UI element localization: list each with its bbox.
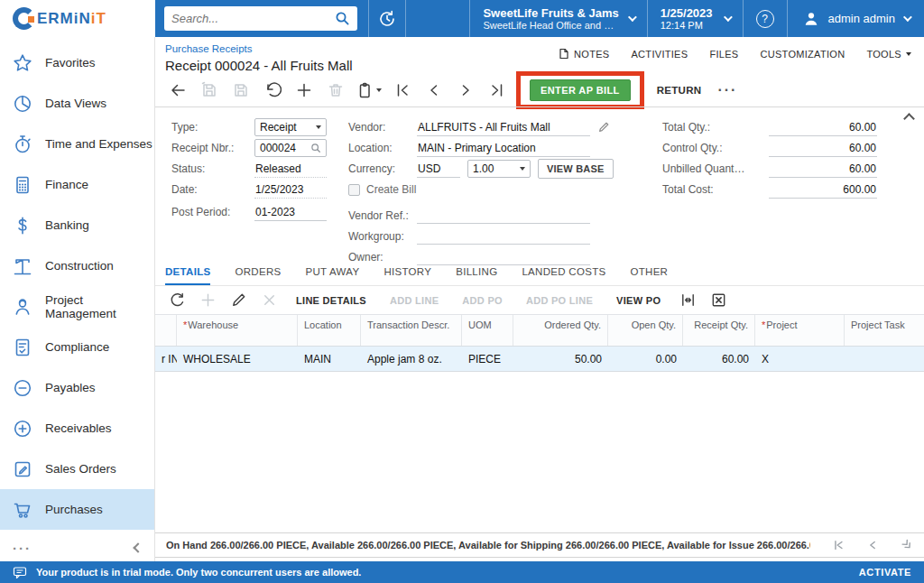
go-last-button[interactable] <box>485 79 508 101</box>
sidebar-more-button[interactable]: ··· <box>13 541 32 556</box>
sidebar-item-data-views[interactable]: Data Views <box>0 83 154 124</box>
global-search[interactable] <box>164 6 357 31</box>
fit-width-button[interactable] <box>677 290 698 311</box>
sidebar-item-receivables[interactable]: Receivables <box>0 408 154 449</box>
go-next-button[interactable] <box>454 79 476 101</box>
sidebar-item-payables[interactable]: Payables <box>0 367 154 408</box>
type-select[interactable]: Receipt <box>254 118 327 136</box>
user-menu[interactable]: admin admin <box>788 0 924 37</box>
tab-put-away[interactable]: PUT AWAY <box>305 266 359 285</box>
grid-toolbar: LINE DETAILS ADD LINE ADD PO ADD PO LINE… <box>155 285 924 314</box>
return-button[interactable]: RETURN <box>657 85 702 96</box>
activate-button[interactable]: ACTIVATE <box>859 567 911 578</box>
grid-edit-row-button[interactable] <box>227 290 249 311</box>
notes-button[interactable]: NOTES <box>559 48 609 60</box>
column-header-project-task[interactable]: Project Task <box>845 315 924 346</box>
grid-add-row-button[interactable] <box>197 290 218 311</box>
column-header-uom[interactable]: UOM <box>462 315 513 346</box>
business-date-button[interactable] <box>369 0 405 37</box>
grid-refresh-button[interactable] <box>166 290 188 311</box>
copy-paste-menu[interactable] <box>356 81 382 99</box>
workgroup-value[interactable] <box>417 229 590 245</box>
vendor-ref-value[interactable] <box>417 208 590 224</box>
column-header-stub[interactable] <box>155 315 177 346</box>
insert-button[interactable] <box>292 79 315 101</box>
sidebar-item-construction[interactable]: Construction <box>0 245 154 286</box>
tab-details[interactable]: DETAILS <box>165 266 210 285</box>
help-button[interactable]: ? <box>744 0 787 37</box>
post-period-value[interactable]: 01-2023 <box>254 204 327 221</box>
cancel-undo-button[interactable] <box>261 79 283 101</box>
export-excel-button[interactable] <box>707 290 729 311</box>
go-previous-button[interactable] <box>422 79 445 101</box>
add-po-line-button[interactable]: ADD PO LINE <box>526 295 593 306</box>
column-header-ordered-qty[interactable]: Ordered Qty. <box>513 315 608 346</box>
tab-landed-costs[interactable]: LANDED COSTS <box>522 266 605 285</box>
lookup-icon[interactable] <box>310 143 321 153</box>
column-header-warehouse[interactable]: *Warehouse <box>177 315 298 346</box>
vendor-edit-button[interactable] <box>597 121 610 134</box>
customization-button[interactable]: CUSTOMIZATION <box>760 49 845 60</box>
cell-warehouse[interactable]: WHOLESALE <box>177 347 298 371</box>
column-header-open-qty[interactable]: Open Qty. <box>608 315 683 346</box>
cell-ordered-qty[interactable]: 50.00 <box>513 347 608 371</box>
tab-other[interactable]: OTHER <box>630 266 668 285</box>
cell-uom[interactable]: PIECE <box>462 347 513 371</box>
page-first-button[interactable] <box>832 539 845 551</box>
cell-location[interactable]: MAIN <box>298 347 361 371</box>
column-header-transaction-descr[interactable]: Transaction Descr. <box>361 315 462 346</box>
control-qty-value[interactable]: 60.00 <box>769 140 877 157</box>
tab-billing[interactable]: BILLING <box>456 266 497 285</box>
view-base-button[interactable]: VIEW BASE <box>538 159 614 179</box>
grid-delete-row-button[interactable] <box>258 290 280 311</box>
back-button[interactable] <box>166 79 189 101</box>
search-icon[interactable] <box>335 11 350 26</box>
toolbar-more-button[interactable]: ··· <box>717 82 737 98</box>
delete-button[interactable] <box>324 79 346 101</box>
page-previous-button[interactable] <box>866 539 879 551</box>
sidebar-item-project-management[interactable]: Project Management <box>0 286 154 327</box>
view-po-button[interactable]: VIEW PO <box>616 295 661 306</box>
tools-button[interactable]: TOOLS <box>866 49 911 60</box>
column-header-location[interactable]: Location <box>298 315 361 346</box>
currency-rate-select[interactable]: 1.00 <box>467 160 531 178</box>
enter-ap-bill-button[interactable]: ENTER AP BILL <box>530 79 631 101</box>
tab-history[interactable]: HISTORY <box>383 266 431 285</box>
sidebar-item-time-and-expenses[interactable]: Time and Expenses <box>0 124 154 164</box>
tab-orders[interactable]: ORDERS <box>235 266 281 285</box>
add-po-button[interactable]: ADD PO <box>462 295 503 306</box>
go-first-button[interactable] <box>391 79 413 101</box>
sidebar-item-banking[interactable]: Banking <box>0 205 154 245</box>
grid-data-row[interactable]: r IN WHOLESALE MAIN Apple jam 8 oz. PIEC… <box>155 347 924 372</box>
sidebar-item-favorites[interactable]: Favorites <box>0 42 154 83</box>
search-input[interactable] <box>171 12 335 25</box>
cell-receipt-qty[interactable]: 60.00 <box>683 347 755 371</box>
cell-transaction-descr[interactable]: Apple jam 8 oz. <box>361 347 462 371</box>
save-button[interactable] <box>229 79 252 101</box>
page-next-button[interactable] <box>898 536 916 554</box>
cell-project-task[interactable] <box>845 354 924 365</box>
location-value[interactable]: MAIN - Primary Location <box>417 140 590 157</box>
column-header-receipt-qty[interactable]: Receipt Qty. <box>683 315 755 346</box>
company-selector[interactable]: SweetLife Fruits & Jams SweetLife Head O… <box>470 0 646 37</box>
sidebar-item-finance[interactable]: Finance <box>0 164 154 205</box>
sidebar-item-compliance[interactable]: Compliance <box>0 327 154 367</box>
create-bill-checkbox[interactable] <box>348 184 360 196</box>
cell-open-qty[interactable]: 0.00 <box>608 347 683 371</box>
sidebar-collapse-icon[interactable] <box>133 542 143 552</box>
owner-value[interactable] <box>417 250 590 265</box>
brand-logo[interactable]: ERMiNiT <box>0 0 155 37</box>
save-close-button[interactable] <box>198 79 220 101</box>
cell-project[interactable]: X <box>755 347 845 371</box>
files-button[interactable]: FILES <box>709 49 738 60</box>
sidebar-item-sales-orders[interactable]: Sales Orders <box>0 449 154 489</box>
receipt-nbr-field[interactable]: 000024 <box>254 139 327 157</box>
currency-code[interactable]: USD <box>417 161 460 178</box>
sidebar-item-purchases[interactable]: Purchases <box>0 489 154 530</box>
line-details-button[interactable]: LINE DETAILS <box>296 295 366 306</box>
activities-button[interactable]: ACTIVITIES <box>631 49 688 60</box>
datetime-selector[interactable]: 1/25/2023 12:14 PM <box>648 0 743 37</box>
vendor-value[interactable]: ALLFRUITS - All Fruits Mall <box>417 119 590 136</box>
column-header-project[interactable]: *Project <box>755 315 845 346</box>
add-line-button[interactable]: ADD LINE <box>390 295 439 306</box>
